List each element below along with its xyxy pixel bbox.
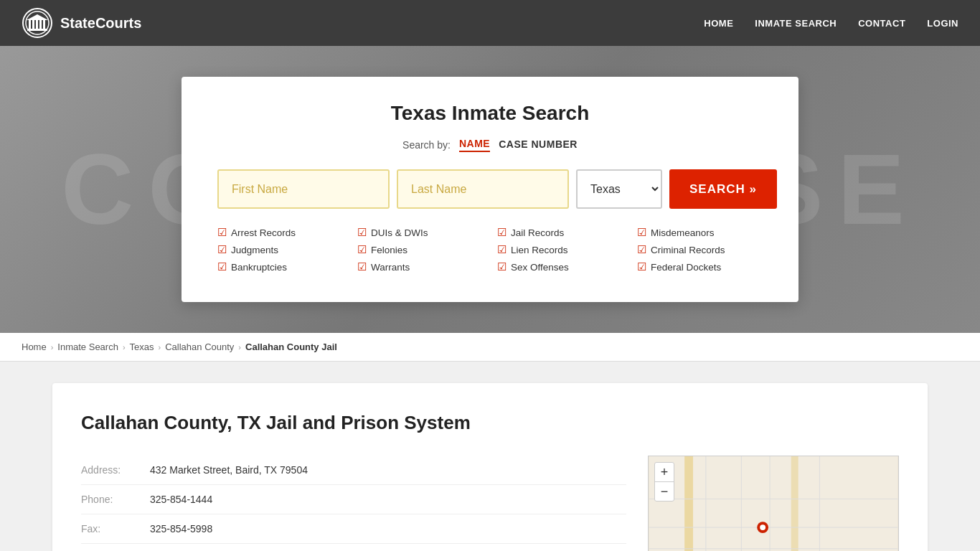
site-logo-icon xyxy=(22,7,53,39)
check-duis: ☑ DUIs & DWIs xyxy=(357,226,483,239)
tab-name[interactable]: NAME xyxy=(459,138,490,152)
svg-rect-19 xyxy=(791,456,798,551)
check-label-criminal: Criminal Records xyxy=(651,245,725,255)
check-icon-criminal: ☑ xyxy=(637,243,646,256)
check-icon-jail: ☑ xyxy=(497,226,507,239)
nav-home[interactable]: HOME xyxy=(704,18,733,29)
hero-section: COURTHOUSE Texas Inmate Search Search by… xyxy=(0,46,980,333)
map-container: + − 306 307 xyxy=(648,456,899,551)
check-icon-duis: ☑ xyxy=(357,226,367,239)
fax-label: Fax: xyxy=(81,523,138,534)
nav-contact[interactable]: CONTACT xyxy=(858,18,905,29)
search-card: Texas Inmate Search Search by: NAME CASE… xyxy=(182,77,798,302)
svg-point-28 xyxy=(760,524,765,530)
address-value: 432 Market Street, Baird, TX 79504 xyxy=(150,464,308,476)
check-label-arrest: Arrest Records xyxy=(231,227,296,238)
nav-login[interactable]: LOGIN xyxy=(927,18,958,29)
map-zoom-in[interactable]: + xyxy=(655,463,674,481)
check-jail-records: ☑ Jail Records xyxy=(497,226,623,239)
breadcrumb-sep-3: › xyxy=(159,343,161,352)
check-sex-offenses: ☑ Sex Offenses xyxy=(497,260,623,273)
facility-info-card: Callahan County, TX Jail and Prison Syst… xyxy=(52,383,928,551)
search-card-title: Texas Inmate Search xyxy=(217,102,763,125)
check-label-felonies: Felonies xyxy=(371,245,407,255)
check-federal-dockets: ☑ Federal Dockets xyxy=(637,260,763,273)
map-zoom-controls: + − xyxy=(654,462,674,501)
check-misdemeanors: ☑ Misdemeanors xyxy=(637,226,763,239)
search-by-row: Search by: NAME CASE NUMBER xyxy=(217,138,763,152)
check-icon-lien: ☑ xyxy=(497,243,507,256)
check-icon-federal: ☑ xyxy=(637,260,646,273)
check-icon-arrest: ☑ xyxy=(217,226,227,239)
breadcrumb-inmate-search[interactable]: Inmate Search xyxy=(57,342,118,352)
check-label-bankruptcies: Bankruptcies xyxy=(231,262,287,273)
check-label-warrants: Warrants xyxy=(371,262,410,273)
svg-marker-7 xyxy=(27,14,48,20)
main-nav: HOME INMATE SEARCH CONTACT LOGIN xyxy=(704,18,958,29)
logo-area: StateCourts xyxy=(22,7,141,39)
check-icon-bankruptcies: ☑ xyxy=(217,260,227,273)
website-row: Website: http://www.co.callahan.tx.us/de… xyxy=(81,544,626,551)
map-svg: 306 307 5 xyxy=(649,456,898,551)
svg-rect-6 xyxy=(43,20,45,29)
address-label: Address: xyxy=(81,464,138,476)
check-bankruptcies: ☑ Bankruptcies xyxy=(217,260,343,273)
check-label-jail: Jail Records xyxy=(511,227,564,238)
phone-label: Phone: xyxy=(81,494,138,505)
main-content: Callahan County, TX Jail and Prison Syst… xyxy=(31,383,949,551)
info-table: Address: 432 Market Street, Baird, TX 79… xyxy=(81,456,626,551)
check-icon-sex-offenses: ☑ xyxy=(497,260,507,273)
check-label-lien: Lien Records xyxy=(511,245,568,255)
check-felonies: ☑ Felonies xyxy=(357,243,483,256)
check-arrest-records: ☑ Arrest Records xyxy=(217,226,343,239)
breadcrumb-texas[interactable]: Texas xyxy=(130,342,154,352)
first-name-input[interactable] xyxy=(217,169,390,209)
nav-inmate-search[interactable]: INMATE SEARCH xyxy=(755,18,837,29)
check-icon-felonies: ☑ xyxy=(357,243,367,256)
check-lien-records: ☑ Lien Records xyxy=(497,243,623,256)
check-criminal-records: ☑ Criminal Records xyxy=(637,243,763,256)
state-select[interactable]: Texas Alabama Alaska Arizona California … xyxy=(576,169,662,209)
check-label-sex-offenses: Sex Offenses xyxy=(511,262,569,273)
svg-rect-3 xyxy=(32,20,34,29)
check-warrants: ☑ Warrants xyxy=(357,260,483,273)
search-by-label: Search by: xyxy=(402,139,451,151)
search-inputs-row: Texas Alabama Alaska Arizona California … xyxy=(217,169,763,209)
fax-value: 325-854-5998 xyxy=(150,523,212,534)
breadcrumb-current: Callahan County Jail xyxy=(245,342,337,352)
breadcrumb: Home › Inmate Search › Texas › Callahan … xyxy=(0,333,980,362)
breadcrumb-sep-4: › xyxy=(238,343,241,352)
check-label-federal: Federal Dockets xyxy=(651,262,721,273)
tab-case-number[interactable]: CASE NUMBER xyxy=(499,138,578,151)
address-row: Address: 432 Market Street, Baird, TX 79… xyxy=(81,456,626,485)
site-header: StateCourts HOME INMATE SEARCH CONTACT L… xyxy=(0,0,980,46)
last-name-input[interactable] xyxy=(397,169,569,209)
checklist: ☑ Arrest Records ☑ DUIs & DWIs ☑ Jail Re… xyxy=(217,226,763,273)
info-layout: Address: 432 Market Street, Baird, TX 79… xyxy=(81,456,899,551)
site-logo-text: StateCourts xyxy=(60,15,141,32)
svg-rect-8 xyxy=(27,29,47,31)
search-button[interactable]: SEARCH » xyxy=(669,169,777,209)
svg-rect-16 xyxy=(684,456,693,551)
check-label-duis: DUIs & DWIs xyxy=(371,227,428,238)
map-zoom-out[interactable]: − xyxy=(655,482,674,501)
check-label-misdemeanors: Misdemeanors xyxy=(651,227,715,238)
check-icon-misdemeanors: ☑ xyxy=(637,226,646,239)
fax-row: Fax: 325-854-5998 xyxy=(81,514,626,544)
svg-rect-4 xyxy=(36,20,38,29)
svg-rect-2 xyxy=(29,20,31,29)
breadcrumb-home[interactable]: Home xyxy=(22,342,47,352)
svg-rect-5 xyxy=(39,20,42,29)
phone-value: 325-854-1444 xyxy=(150,494,212,505)
breadcrumb-callahan-county[interactable]: Callahan County xyxy=(165,342,234,352)
check-icon-judgments: ☑ xyxy=(217,243,227,256)
check-icon-warrants: ☑ xyxy=(357,260,367,273)
check-judgments: ☑ Judgments xyxy=(217,243,343,256)
breadcrumb-sep-2: › xyxy=(123,343,126,352)
phone-row: Phone: 325-854-1444 xyxy=(81,485,626,514)
facility-title: Callahan County, TX Jail and Prison Syst… xyxy=(81,412,899,434)
check-label-judgments: Judgments xyxy=(231,245,278,255)
breadcrumb-sep-1: › xyxy=(51,343,54,352)
